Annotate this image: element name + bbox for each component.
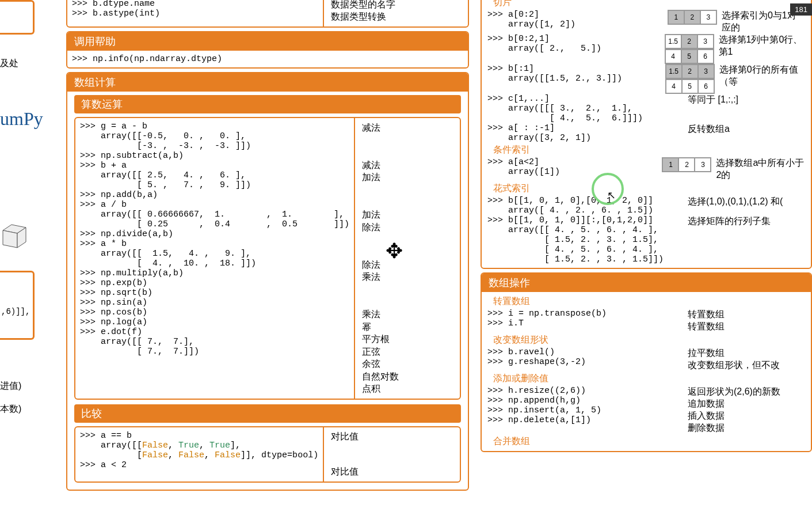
cond-row: >>> a[a<2] array([1]) 123 选择数组a中所有小于2的 bbox=[487, 157, 805, 181]
fancy-d1: 选择(1,0),(0,1),(1,2) 和( bbox=[688, 196, 783, 208]
addrem-desc: 返回形状为(2,6)的新数 追加数据 插入数据 删除数据 bbox=[688, 386, 780, 434]
slice-d3: 选择第0行的所有值（等 bbox=[719, 64, 805, 88]
fancy-c2: >>> b[[1, 0, 1, 0]][:,[0,1,2,0]] array([… bbox=[487, 215, 683, 264]
arith-header: 算数运算 bbox=[74, 95, 461, 113]
dtype-desc: 数据类型的名字数据类型转换 bbox=[324, 0, 468, 26]
addrem-d1: 返回形状为(2,6)的新数 bbox=[688, 386, 780, 398]
reshape-row: >>> b.ravel() >>> g.reshape(3,-2) 拉平数组 改… bbox=[487, 347, 805, 371]
manip-header: 数组操作 bbox=[482, 274, 811, 292]
calc-box: 数组计算 算数运算 >>> g = a - b array([[-0.5, 0.… bbox=[66, 72, 469, 491]
compare-desc: 对比值 对比值 bbox=[324, 427, 460, 482]
transpose-d1: 转置数组 bbox=[688, 309, 725, 321]
arith-code: >>> g = a - b array([[-0.5, 0. , 0. ], [… bbox=[75, 118, 355, 399]
transpose-code: >>> i = np.transpose(b) >>> i.T bbox=[487, 309, 683, 328]
manip-box: 数组操作 转置数组 >>> i = np.transpose(b) >>> i.… bbox=[481, 272, 812, 452]
dtype-d2: 数据类型转换 bbox=[331, 11, 461, 23]
main-column: >>> b.dtype.name >>> b.astype(int) 数据类型的… bbox=[66, 0, 469, 494]
help-header: 调用帮助 bbox=[67, 32, 468, 51]
fancy-c1: >>> b[[1, 0, 1, 0],[0, 1, 2, 0]] array([… bbox=[487, 196, 683, 215]
slice-d2: 选择第1列中第0行、第1 bbox=[719, 34, 805, 58]
slice-header: 切片 bbox=[487, 0, 805, 10]
slice-c3: >>> b[:1] array([[1.5, 2., 3.]]) bbox=[487, 64, 661, 84]
cmp-d1: 对比值 bbox=[331, 431, 453, 443]
cube-icon bbox=[0, 219, 29, 253]
slice-row-2: >>> b[0:2,1] array([ 2., 5.]) 1.523 456 … bbox=[487, 34, 805, 64]
fancy-row-1: >>> b[[1, 0, 1, 0],[0, 1, 2, 0]] array([… bbox=[487, 196, 805, 215]
cmp-f4: False bbox=[215, 450, 241, 460]
cmp-l2b: , bbox=[168, 441, 178, 450]
slice-d5: 反转数组a bbox=[688, 123, 730, 135]
cmp-f3: False bbox=[178, 450, 204, 460]
transpose-desc: 转置数组 转置数组 bbox=[688, 309, 725, 333]
cmp-l2a: array([[ bbox=[80, 441, 142, 450]
compare-content: >>> a == b array([[False, True, True], [… bbox=[74, 426, 461, 483]
frag-text-2: 进值) bbox=[0, 380, 21, 392]
transpose-d2: 转置数组 bbox=[688, 321, 725, 333]
cmp-t2: True bbox=[209, 441, 230, 450]
cmp-l4: >>> a < 2 bbox=[80, 460, 127, 470]
slice-c4: >>> c[1,...] array([[[ 3., 2., 1.], [ 4.… bbox=[487, 94, 683, 123]
slice-row-1: >>> a[0:2] array([1, 2]) 123 选择索引为0与1对应的 bbox=[487, 10, 805, 34]
slice-c5: >>> a[ : :-1] array([3, 2, 1]) bbox=[487, 123, 683, 143]
numpy-logo-text: umPy bbox=[0, 108, 43, 130]
cond-header: 条件索引 bbox=[487, 143, 805, 157]
compare-code: >>> a == b array([[False, True, True], [… bbox=[75, 427, 324, 482]
cmp-t1: True bbox=[178, 441, 199, 450]
addrem-d2: 追加数据 bbox=[688, 398, 780, 410]
dtype-l1: >>> b.dtype.name bbox=[72, 0, 155, 9]
calc-header: 数组计算 bbox=[67, 73, 468, 92]
dtype-l2: >>> b.astype(int) bbox=[72, 9, 160, 18]
cmp-l2c: , bbox=[199, 441, 209, 450]
cmp-l3a: [ bbox=[80, 450, 142, 460]
badge: 181 bbox=[790, 3, 812, 16]
cmp-d2: 对比值 bbox=[331, 466, 453, 478]
slice-row-5: >>> a[ : :-1] array([3, 2, 1]) 反转数组a bbox=[487, 123, 805, 143]
leftcode: ,6)]], bbox=[0, 272, 33, 316]
cmp-l3c: , bbox=[204, 450, 215, 460]
addrem-d4: 删除数据 bbox=[688, 422, 780, 434]
dtype-box: >>> b.dtype.name >>> b.astype(int) 数据类型的… bbox=[66, 0, 469, 28]
frag-text-1: 及处 bbox=[0, 58, 18, 70]
transpose-header: 转置数组 bbox=[487, 294, 805, 309]
indexing-box: 切片 >>> a[0:2] array([1, 2]) 123 选择索引为0与1… bbox=[481, 0, 812, 269]
reshape-d1: 拉平数组 bbox=[688, 347, 780, 359]
reshape-header: 改变数组形状 bbox=[487, 333, 805, 347]
slice-c2: >>> b[0:2,1] array([ 2., 5.]) bbox=[487, 34, 660, 54]
cmp-l3d: ]], dtype=bool) bbox=[241, 450, 318, 460]
dtype-d1: 数据类型的名字 bbox=[331, 0, 461, 11]
addrem-d3: 插入数据 bbox=[688, 410, 780, 422]
fancy-row-2: >>> b[[1, 0, 1, 0]][:,[0,1,2,0]] array([… bbox=[487, 215, 805, 264]
addrem-code: >>> h.resize((2,6)) >>> np.append(h,g) >… bbox=[487, 386, 683, 425]
cmp-l3b: , bbox=[168, 450, 178, 460]
arith-desc: 减法 减法 加法 加法 除法 除法 乘法 乘法 幂 平方根 正弦 余弦 自然对数… bbox=[355, 118, 460, 399]
right-column: 切片 >>> a[0:2] array([1, 2]) 123 选择索引为0与1… bbox=[481, 0, 812, 456]
fancy-header: 花式索引 bbox=[487, 181, 805, 196]
slice-d4: 等同于 [1,:,:] bbox=[688, 94, 738, 106]
help-box: 调用帮助 >>> np.info(np.ndarray.dtype) bbox=[66, 31, 469, 69]
cmp-l1: >>> a == b bbox=[80, 431, 132, 441]
slice-row-4: >>> c[1,...] array([[[ 3., 2., 1.], [ 4.… bbox=[487, 94, 805, 123]
fancy-d2: 选择矩阵的行列子集 bbox=[688, 215, 771, 228]
grid-cond: 123 bbox=[662, 157, 711, 172]
help-code: >>> np.info(np.ndarray.dtype) bbox=[67, 51, 468, 67]
cond-code: >>> a[a<2] array([1]) bbox=[487, 157, 657, 177]
left-sidebar-fragment: 及处 umPy ,6)]], 进值) 本数) bbox=[0, 0, 35, 508]
arith-content: >>> g = a - b array([[-0.5, 0. , 0. ], [… bbox=[74, 117, 461, 400]
cmp-l2d: ], bbox=[230, 441, 241, 450]
edge-box-2: ,6)]], bbox=[0, 271, 35, 340]
reshape-d2: 改变数组形状，但不改 bbox=[688, 359, 780, 371]
reshape-code: >>> b.ravel() >>> g.reshape(3,-2) bbox=[487, 347, 683, 367]
slice-row-3: >>> b[:1] array([[1.5, 2., 3.]]) 1.523 4… bbox=[487, 64, 805, 94]
slice-c1: >>> a[0:2] array([1, 2]) bbox=[487, 10, 663, 29]
grid-3: 1.523 456 bbox=[665, 64, 715, 94]
dtype-code: >>> b.dtype.name >>> b.astype(int) bbox=[67, 0, 324, 26]
edge-box-1 bbox=[0, 0, 35, 35]
frag-text-3: 本数) bbox=[0, 403, 21, 415]
grid-2: 1.523 456 bbox=[665, 34, 714, 64]
transpose-row: >>> i = np.transpose(b) >>> i.T 转置数组 转置数… bbox=[487, 309, 805, 333]
addrem-header: 添加或删除值 bbox=[487, 371, 805, 386]
cond-desc: 选择数组a中所有小于2的 bbox=[716, 157, 805, 181]
reshape-desc: 拉平数组 改变数组形状，但不改 bbox=[688, 347, 780, 371]
cmp-f2: False bbox=[142, 450, 168, 460]
combine-header: 合并数组 bbox=[487, 434, 805, 449]
